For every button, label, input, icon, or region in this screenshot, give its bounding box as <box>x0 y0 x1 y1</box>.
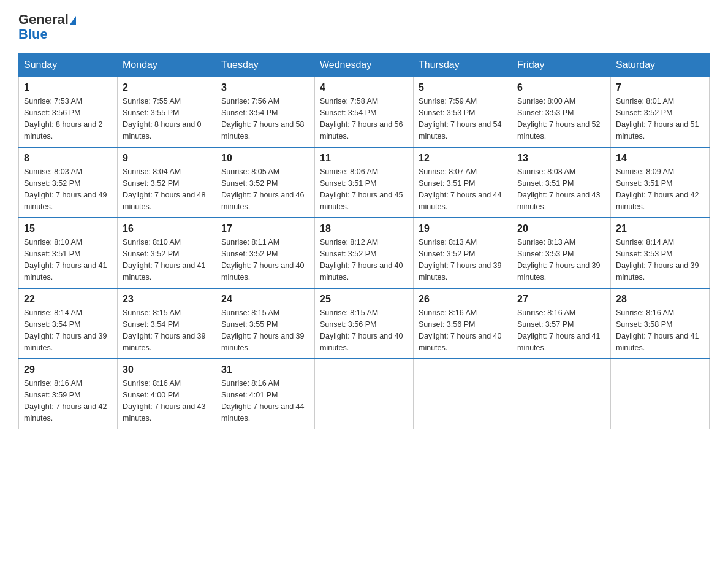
calendar-cell: 10Sunrise: 8:05 AMSunset: 3:52 PMDayligh… <box>216 147 315 218</box>
day-info: Sunrise: 7:55 AMSunset: 3:55 PMDaylight:… <box>123 96 211 142</box>
day-info: Sunrise: 8:15 AMSunset: 3:56 PMDaylight:… <box>320 307 408 353</box>
calendar-cell: 3Sunrise: 7:56 AMSunset: 3:54 PMDaylight… <box>216 77 315 148</box>
day-number: 5 <box>419 82 507 93</box>
calendar-cell: 12Sunrise: 8:07 AMSunset: 3:51 PMDayligh… <box>414 147 512 218</box>
calendar-cell: 5Sunrise: 7:59 AMSunset: 3:53 PMDaylight… <box>414 77 512 148</box>
day-info: Sunrise: 8:16 AMSunset: 3:59 PMDaylight:… <box>24 378 112 424</box>
calendar-cell: 30Sunrise: 8:16 AMSunset: 4:00 PMDayligh… <box>118 359 216 429</box>
week-row-2: 8Sunrise: 8:03 AMSunset: 3:52 PMDaylight… <box>19 147 710 218</box>
day-info: Sunrise: 8:16 AMSunset: 3:58 PMDaylight:… <box>616 307 704 353</box>
calendar-cell <box>315 359 414 429</box>
day-number: 26 <box>419 294 507 305</box>
day-info: Sunrise: 8:16 AMSunset: 4:00 PMDaylight:… <box>123 378 211 424</box>
day-info: Sunrise: 8:03 AMSunset: 3:52 PMDaylight:… <box>24 166 112 212</box>
calendar-cell: 8Sunrise: 8:03 AMSunset: 3:52 PMDaylight… <box>19 147 118 218</box>
day-number: 4 <box>320 82 408 93</box>
day-info: Sunrise: 7:58 AMSunset: 3:54 PMDaylight:… <box>320 96 408 142</box>
weekday-header-row: SundayMondayTuesdayWednesdayThursdayFrid… <box>19 53 710 77</box>
day-info: Sunrise: 8:14 AMSunset: 3:53 PMDaylight:… <box>616 237 704 283</box>
day-number: 29 <box>24 364 112 375</box>
weekday-header-sunday: Sunday <box>19 53 118 77</box>
day-number: 16 <box>123 223 211 234</box>
day-info: Sunrise: 8:00 AMSunset: 3:53 PMDaylight:… <box>517 96 605 142</box>
day-number: 13 <box>517 153 605 164</box>
calendar-cell: 19Sunrise: 8:13 AMSunset: 3:52 PMDayligh… <box>414 218 512 288</box>
logo-general-text: General <box>18 12 69 27</box>
calendar-cell <box>414 359 512 429</box>
day-number: 9 <box>123 153 211 164</box>
day-info: Sunrise: 7:56 AMSunset: 3:54 PMDaylight:… <box>221 96 309 142</box>
calendar-cell: 16Sunrise: 8:10 AMSunset: 3:52 PMDayligh… <box>118 218 216 288</box>
calendar-cell: 7Sunrise: 8:01 AMSunset: 3:52 PMDaylight… <box>611 77 710 148</box>
day-number: 3 <box>221 82 309 93</box>
day-number: 20 <box>517 223 605 234</box>
calendar-cell: 18Sunrise: 8:12 AMSunset: 3:52 PMDayligh… <box>315 218 414 288</box>
calendar-cell: 28Sunrise: 8:16 AMSunset: 3:58 PMDayligh… <box>611 288 710 359</box>
day-info: Sunrise: 7:59 AMSunset: 3:53 PMDaylight:… <box>419 96 507 142</box>
weekday-header-saturday: Saturday <box>611 53 710 77</box>
day-number: 12 <box>419 153 507 164</box>
calendar-cell: 26Sunrise: 8:16 AMSunset: 3:56 PMDayligh… <box>414 288 512 359</box>
day-info: Sunrise: 8:06 AMSunset: 3:51 PMDaylight:… <box>320 166 408 212</box>
day-number: 10 <box>221 153 309 164</box>
calendar-cell <box>611 359 710 429</box>
week-row-5: 29Sunrise: 8:16 AMSunset: 3:59 PMDayligh… <box>19 359 710 429</box>
calendar-cell: 4Sunrise: 7:58 AMSunset: 3:54 PMDaylight… <box>315 77 414 148</box>
day-info: Sunrise: 8:16 AMSunset: 4:01 PMDaylight:… <box>221 378 309 424</box>
day-info: Sunrise: 8:07 AMSunset: 3:51 PMDaylight:… <box>419 166 507 212</box>
weekday-header-monday: Monday <box>118 53 216 77</box>
day-number: 23 <box>123 294 211 305</box>
week-row-1: 1Sunrise: 7:53 AMSunset: 3:56 PMDaylight… <box>19 77 710 148</box>
day-number: 22 <box>24 294 112 305</box>
day-info: Sunrise: 8:16 AMSunset: 3:57 PMDaylight:… <box>517 307 605 353</box>
day-info: Sunrise: 8:16 AMSunset: 3:56 PMDaylight:… <box>419 307 507 353</box>
calendar-cell: 1Sunrise: 7:53 AMSunset: 3:56 PMDaylight… <box>19 77 118 148</box>
day-info: Sunrise: 8:10 AMSunset: 3:52 PMDaylight:… <box>123 237 211 283</box>
day-info: Sunrise: 8:13 AMSunset: 3:53 PMDaylight:… <box>517 237 605 283</box>
day-number: 21 <box>616 223 704 234</box>
day-number: 14 <box>616 153 704 164</box>
calendar-cell: 11Sunrise: 8:06 AMSunset: 3:51 PMDayligh… <box>315 147 414 218</box>
weekday-header-tuesday: Tuesday <box>216 53 315 77</box>
day-number: 19 <box>419 223 507 234</box>
weekday-header-thursday: Thursday <box>414 53 512 77</box>
day-info: Sunrise: 8:05 AMSunset: 3:52 PMDaylight:… <box>221 166 309 212</box>
day-info: Sunrise: 8:04 AMSunset: 3:52 PMDaylight:… <box>123 166 211 212</box>
day-number: 15 <box>24 223 112 234</box>
weekday-header-friday: Friday <box>512 53 611 77</box>
day-info: Sunrise: 8:13 AMSunset: 3:52 PMDaylight:… <box>419 237 507 283</box>
day-number: 27 <box>517 294 605 305</box>
calendar-cell: 27Sunrise: 8:16 AMSunset: 3:57 PMDayligh… <box>512 288 611 359</box>
logo-blue-text: Blue <box>18 26 48 42</box>
day-number: 6 <box>517 82 605 93</box>
day-number: 24 <box>221 294 309 305</box>
day-info: Sunrise: 8:08 AMSunset: 3:51 PMDaylight:… <box>517 166 605 212</box>
calendar-cell <box>512 359 611 429</box>
calendar-cell: 22Sunrise: 8:14 AMSunset: 3:54 PMDayligh… <box>19 288 118 359</box>
weekday-header-wednesday: Wednesday <box>315 53 414 77</box>
day-info: Sunrise: 8:10 AMSunset: 3:51 PMDaylight:… <box>24 237 112 283</box>
calendar-cell: 17Sunrise: 8:11 AMSunset: 3:52 PMDayligh… <box>216 218 315 288</box>
logo: General Blue <box>18 12 76 42</box>
day-info: Sunrise: 8:15 AMSunset: 3:55 PMDaylight:… <box>221 307 309 353</box>
day-number: 28 <box>616 294 704 305</box>
calendar-cell: 14Sunrise: 8:09 AMSunset: 3:51 PMDayligh… <box>611 147 710 218</box>
calendar-cell: 20Sunrise: 8:13 AMSunset: 3:53 PMDayligh… <box>512 218 611 288</box>
day-info: Sunrise: 8:14 AMSunset: 3:54 PMDaylight:… <box>24 307 112 353</box>
calendar-cell: 21Sunrise: 8:14 AMSunset: 3:53 PMDayligh… <box>611 218 710 288</box>
day-info: Sunrise: 8:09 AMSunset: 3:51 PMDaylight:… <box>616 166 704 212</box>
day-number: 7 <box>616 82 704 93</box>
calendar-cell: 23Sunrise: 8:15 AMSunset: 3:54 PMDayligh… <box>118 288 216 359</box>
day-number: 30 <box>123 364 211 375</box>
logo-triangle-icon <box>70 16 76 25</box>
week-row-4: 22Sunrise: 8:14 AMSunset: 3:54 PMDayligh… <box>19 288 710 359</box>
day-info: Sunrise: 8:11 AMSunset: 3:52 PMDaylight:… <box>221 237 309 283</box>
day-number: 11 <box>320 153 408 164</box>
day-info: Sunrise: 8:12 AMSunset: 3:52 PMDaylight:… <box>320 237 408 283</box>
day-info: Sunrise: 8:15 AMSunset: 3:54 PMDaylight:… <box>123 307 211 353</box>
day-number: 25 <box>320 294 408 305</box>
day-number: 1 <box>24 82 112 93</box>
calendar-cell: 15Sunrise: 8:10 AMSunset: 3:51 PMDayligh… <box>19 218 118 288</box>
calendar-cell: 24Sunrise: 8:15 AMSunset: 3:55 PMDayligh… <box>216 288 315 359</box>
week-row-3: 15Sunrise: 8:10 AMSunset: 3:51 PMDayligh… <box>19 218 710 288</box>
